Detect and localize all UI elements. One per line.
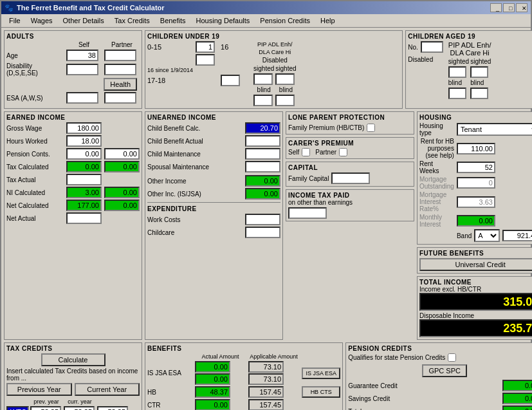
tax-credits-title: TAX CREDITS [6, 345, 140, 352]
hb-actual-input[interactable] [195, 386, 230, 398]
age-self-input[interactable] [66, 50, 98, 61]
ctr-label: CTR [147, 402, 192, 409]
universal-credit-button[interactable]: Universal Credit [419, 258, 532, 271]
minimize-button[interactable]: _ [490, 3, 502, 12]
is-jsa-applic1-input[interactable] [248, 361, 284, 373]
pension-self-input[interactable] [66, 148, 102, 160]
is-jsa-actual2-input[interactable] [195, 373, 230, 385]
blind2-input[interactable] [275, 95, 295, 106]
maximize-button[interactable]: □ [503, 3, 515, 12]
child-benefit-calc-input[interactable] [245, 122, 280, 134]
esa-partner-input[interactable] [104, 92, 136, 104]
mortgage-interest-input[interactable] [457, 196, 495, 208]
carers-premium-title: CARER'S PREMIUM [288, 140, 412, 147]
count-17-18-input[interactable] [221, 75, 240, 86]
range-0-15-label: 0-15 [147, 43, 193, 51]
rent-hb-input[interactable] [457, 143, 495, 154]
is-jsa-esa-button[interactable]: IS JSA ESA [302, 368, 340, 379]
rent-weeks-label: Rent Weeks [419, 160, 454, 174]
is-jsa-actual1-input[interactable] [195, 361, 230, 373]
menu-tax-credits[interactable]: Tax Credits [109, 15, 155, 26]
age-partner-input[interactable] [104, 50, 136, 61]
aged19-sighted2-input[interactable] [470, 66, 488, 78]
count-16-input[interactable] [196, 54, 215, 66]
menu-pension-credits[interactable]: Pension Credits [255, 15, 315, 26]
hb-cts-button[interactable]: HB CTS [302, 386, 340, 398]
total-input[interactable] [502, 405, 532, 410]
ni-calc-partner-input[interactable] [104, 187, 140, 198]
carers-partner-checkbox[interactable] [339, 148, 347, 156]
child-benefit-actual-input[interactable] [245, 135, 280, 147]
self-label: Self [66, 41, 102, 48]
housing-title: HOUSING [419, 114, 532, 121]
net-calc-partner-input[interactable] [104, 200, 140, 211]
rent-weeks-input[interactable] [457, 162, 495, 173]
aged19-no-input[interactable] [421, 41, 443, 53]
ni-calc-self-input[interactable] [66, 187, 102, 198]
menu-help[interactable]: Help [315, 15, 340, 26]
income-tax-paid-input[interactable] [288, 207, 327, 219]
band-select[interactable]: ABCD [474, 229, 500, 242]
other-inc-isjsa-input[interactable] [245, 188, 280, 200]
gross-wage-input[interactable] [66, 122, 102, 134]
hb-applic-input[interactable] [248, 386, 284, 398]
aged19-blind2-input[interactable] [470, 88, 488, 99]
aged19-sighted1-input[interactable] [448, 66, 466, 78]
wtc-curr-input[interactable] [64, 406, 95, 410]
menu-benefits[interactable]: Benefits [155, 15, 191, 26]
carers-self-checkbox[interactable] [302, 148, 310, 156]
wtc-right-input[interactable] [97, 406, 128, 410]
hours-worked-input[interactable] [66, 135, 102, 147]
menu-wages[interactable]: Wages [26, 15, 58, 26]
sighted1-input[interactable] [253, 73, 273, 85]
disability-partner-input[interactable] [104, 64, 136, 75]
council-tax-input[interactable] [502, 230, 532, 241]
family-premium-checkbox[interactable] [367, 124, 375, 132]
disposable-label: Disposable Income [419, 312, 532, 319]
wtc-prev-input[interactable] [30, 406, 61, 410]
ctr-actual-input[interactable] [195, 399, 230, 410]
menu-file[interactable]: File [4, 15, 26, 26]
other-income-input[interactable] [245, 175, 280, 187]
main-content: ADULTS Self Partner Age Disability (D,S,… [1, 28, 531, 410]
net-actual-self-input[interactable] [66, 212, 102, 224]
total-income-input [419, 293, 532, 311]
pension-partner-input[interactable] [104, 148, 140, 160]
window-icon: 🐾 [5, 4, 14, 12]
current-year-button[interactable]: Current Year [75, 383, 140, 396]
blind1-input[interactable] [253, 95, 273, 106]
close-button[interactable]: ✕ [516, 3, 527, 12]
tax-calc-self-input[interactable] [66, 161, 102, 172]
menu-other-details[interactable]: Other Details [58, 15, 109, 26]
previous-year-button[interactable]: Previous Year [6, 383, 72, 396]
guarantee-credit-input[interactable] [502, 380, 532, 391]
savings-credit-input[interactable] [502, 393, 532, 404]
child-maintenance-input[interactable] [245, 148, 280, 160]
net-actual-label: Net Actual [6, 215, 64, 222]
count-0-15-input[interactable] [196, 41, 215, 53]
ctr-applic-input[interactable] [248, 399, 284, 410]
childcare-input[interactable] [245, 227, 280, 238]
aged19-blind1-input[interactable] [448, 88, 466, 99]
tax-calc-partner-input[interactable] [104, 161, 140, 172]
spousal-maintenance-input[interactable] [245, 161, 280, 172]
tax-actual-self-input[interactable] [66, 174, 102, 185]
housing-type-select[interactable]: Tenant Owner Council [457, 123, 532, 136]
blind-label1: blind [253, 86, 274, 93]
net-calc-self-input[interactable] [66, 200, 102, 211]
mortgage-outstanding-input[interactable] [457, 177, 495, 189]
is-jsa-applic2-input[interactable] [248, 373, 284, 385]
calculate-button[interactable]: Calculate [41, 353, 105, 366]
monthly-interest-input[interactable] [457, 215, 495, 227]
window-title: 🐾 The Ferret Benefit and Tax Credit Calc… [5, 4, 165, 12]
esa-self-input[interactable] [66, 92, 98, 104]
family-capital-input[interactable] [331, 172, 370, 184]
gpc-spc-button[interactable]: GPC SPC [422, 364, 467, 377]
disability-self-input[interactable] [66, 64, 98, 75]
aged19-blind2: blind [470, 79, 491, 86]
work-costs-input[interactable] [245, 214, 280, 225]
sighted2-input[interactable] [275, 73, 295, 85]
qualifies-checkbox[interactable] [448, 353, 456, 362]
health-button[interactable]: Health [104, 78, 137, 91]
menu-housing-defaults[interactable]: Housing Defaults [191, 15, 255, 26]
